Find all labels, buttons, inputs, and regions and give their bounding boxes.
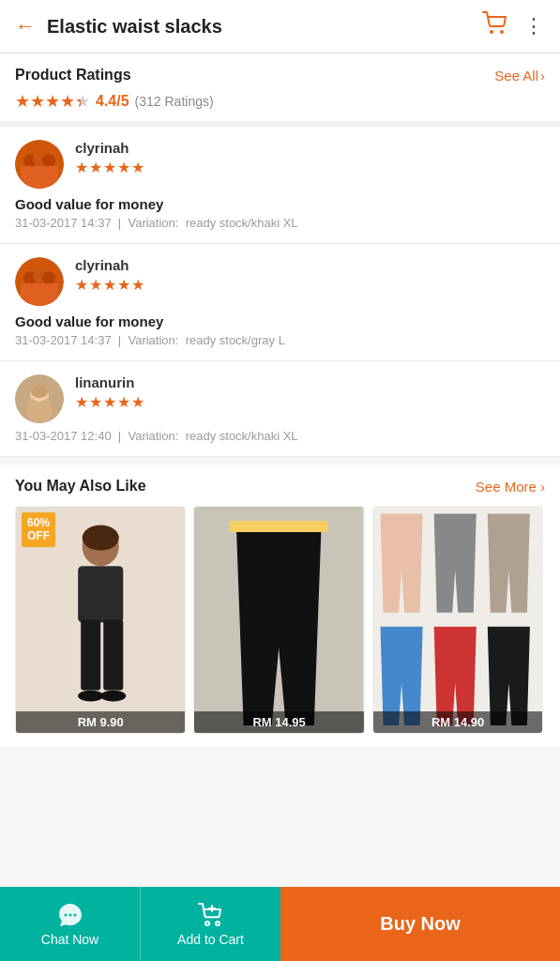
svg-point-5 [42,154,55,167]
svg-point-30 [73,913,76,916]
review-meta: 31-03-2017 14:37 | Variation: ready stoc… [15,333,545,347]
review-stars: ★★★★★ [75,159,545,176]
avatar [15,140,64,189]
ratings-title: Product Ratings [15,67,131,84]
svg-rect-26 [230,521,328,532]
review-stars: ★★★★★ [75,276,545,294]
buy-now-label: Buy Now [380,913,461,935]
svg-point-16 [31,385,48,398]
header: ← Elastic waist slacks ⋮ [0,0,560,53]
star-3: ★ [45,91,60,112]
svg-point-24 [100,690,126,701]
cart-icon[interactable] [482,11,508,41]
add-to-cart-button[interactable]: Add to Cart [141,887,280,961]
reviewer-name: clyrinah [75,140,545,156]
svg-point-19 [83,526,119,551]
svg-point-10 [42,271,55,284]
star-5: ★★ [75,91,90,112]
more-menu-button[interactable]: ⋮ [523,14,545,38]
page-title: Elastic waist slacks [47,16,482,38]
product-price: RM 14.90 [373,711,542,733]
buy-now-button[interactable]: Buy Now [280,887,560,961]
review-card: linanurin ★★★★★ 31-03-2017 12:40 | Varia… [0,361,560,457]
svg-point-31 [205,922,209,925]
review-stars: ★★★★★ [75,393,545,411]
also-like-title: You May Also Like [15,478,146,495]
star-2: ★ [30,91,45,112]
svg-point-23 [78,690,103,701]
reviewer-name: linanurin [75,374,545,390]
reviewer-name: clyrinah [75,257,545,273]
stars-display: ★ ★ ★ ★ ★★ [15,91,90,112]
review-comment: Good value for money [15,196,545,212]
svg-point-29 [68,913,71,916]
see-more-button[interactable]: See More › [476,479,545,495]
svg-rect-21 [81,619,100,690]
reviewer-info: clyrinah ★★★★★ [75,257,545,294]
svg-rect-22 [103,619,123,690]
product-image: RM 14.95 [194,507,363,733]
also-like-section: You May Also Like See More › [0,465,560,747]
ratings-summary: ★ ★ ★ ★ ★★ 4.4/5 (312 Ratings) [15,91,545,112]
product-image: RM 14.90 [373,507,542,733]
see-all-button[interactable]: See All › [494,68,545,84]
chat-now-button[interactable]: Chat Now [0,887,141,961]
product-card[interactable]: RM 14.95 [193,506,364,734]
review-card: clyrinah ★★★★★ Good value for money 31-0… [0,244,560,361]
svg-point-28 [64,913,67,916]
product-price: RM 14.95 [194,711,363,733]
product-card[interactable]: RM 14.90 [372,506,543,734]
discount-badge: 60%OFF [22,512,55,547]
svg-rect-20 [78,566,123,622]
svg-rect-11 [21,283,58,306]
review-card: clyrinah ★★★★★ Good value for money 31-0… [0,127,560,244]
product-image: 60%OFF RM 9.90 [16,507,185,733]
bottom-action-bar: Chat Now Add to Cart Buy Now [0,887,560,961]
review-comment: Good value for money [15,313,545,329]
review-meta: 31-03-2017 12:40 | Variation: ready stoc… [15,429,545,443]
reviewer-info: linanurin ★★★★★ [75,374,545,411]
svg-point-0 [490,30,493,34]
product-price: RM 9.90 [16,711,185,733]
rating-count: (312 Ratings) [135,94,214,109]
product-card[interactable]: 60%OFF RM 9.90 [15,506,186,734]
reviews-section: clyrinah ★★★★★ Good value for money 31-0… [0,127,560,457]
rating-score: 4.4/5 [96,93,129,110]
svg-rect-6 [21,166,58,189]
chat-now-label: Chat Now [41,932,98,947]
ratings-section: Product Ratings See All › ★ ★ ★ ★ ★★ 4.4… [0,53,560,127]
avatar [15,257,64,306]
products-row: 60%OFF RM 9.90 RM 14.95 [15,506,545,734]
add-to-cart-label: Add to Cart [177,932,244,947]
back-button[interactable]: ← [15,14,36,38]
svg-point-1 [500,30,504,34]
svg-point-32 [216,922,219,925]
review-meta: 31-03-2017 14:37 | Variation: ready stoc… [15,216,545,230]
avatar [15,374,64,423]
star-4: ★ [60,91,75,112]
star-1: ★ [15,91,30,112]
reviewer-info: clyrinah ★★★★★ [75,140,545,176]
